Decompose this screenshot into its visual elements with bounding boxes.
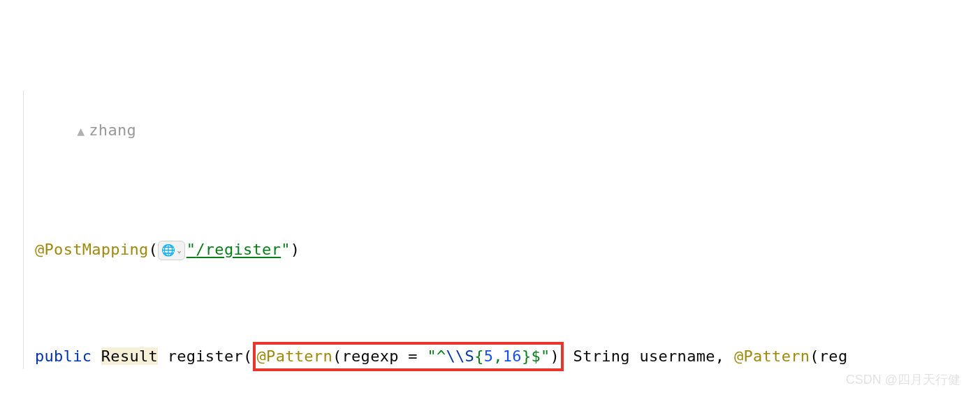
param-type-1: String (573, 347, 630, 365)
url-open-quote: " (187, 241, 196, 258)
param-name-1: username (639, 347, 715, 365)
pattern-brace-o: { (474, 347, 484, 365)
pattern-num1: 5 (484, 347, 494, 365)
url-close-quote: " (281, 241, 291, 258)
author-icon: ▲ (77, 121, 85, 141)
pattern-comma: , (493, 347, 503, 365)
pattern-brace-c: } (522, 347, 532, 365)
author-annotation-line: ▲zhang (0, 95, 980, 166)
pattern-end: $" (531, 347, 550, 365)
url-helper-button[interactable]: 🌐⌄ (158, 241, 185, 260)
chevron-down-icon: ⌄ (177, 245, 181, 256)
author-label: zhang (89, 121, 136, 139)
kw-public: public (35, 347, 92, 365)
method-register: register (168, 347, 243, 365)
anno-pattern-1: @Pattern (257, 347, 332, 365)
param-tail: reg (819, 347, 848, 365)
url-path: /register (196, 241, 281, 258)
anno-pattern-2: @Pattern (734, 347, 810, 365)
type-result: Result (101, 347, 158, 365)
pattern-escape: \\S (446, 347, 475, 365)
highlight-box: @Pattern(regexp = "^\\S{5,16}$") (253, 342, 564, 371)
code-line-signature[interactable]: public Result register(@Pattern(regexp =… (0, 342, 980, 377)
regexp-param: regexp = (342, 347, 427, 365)
watermark: CSDN @四月天行健 (846, 370, 960, 390)
globe-icon: 🌐 (161, 242, 175, 260)
pattern-num2: 16 (503, 347, 522, 365)
anno-postmapping: @PostMapping (35, 241, 149, 258)
code-line-postmapping[interactable]: @PostMapping(🌐⌄"/register") (0, 238, 980, 271)
pattern-open: "^ (427, 347, 446, 365)
code-editor[interactable]: ▲zhang @PostMapping(🌐⌄"/register") publi… (0, 0, 980, 397)
